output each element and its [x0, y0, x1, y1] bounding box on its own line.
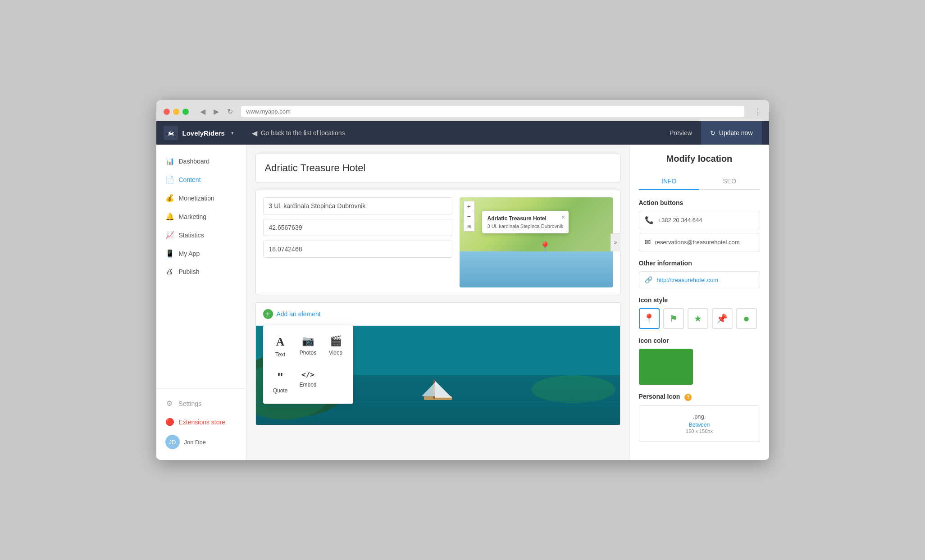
quote-option-icon: ": [277, 370, 283, 385]
location-map-section: + − ⊞ × Adriatic Treasure Hotel 3 Ul. ka…: [255, 190, 620, 295]
sidebar-item-settings[interactable]: ⚙ Settings: [156, 394, 246, 413]
marketing-icon: 🔔: [165, 212, 173, 221]
panel-title: Modify location: [639, 154, 760, 164]
minimize-button[interactable]: [173, 109, 179, 115]
window-controls: [164, 109, 189, 115]
longitude-input[interactable]: [263, 241, 452, 258]
embed-option-label: Embed: [299, 382, 316, 388]
text-option-label: Text: [275, 351, 285, 358]
info-icon: ?: [684, 394, 692, 401]
back-label: Go back to the list of locations: [261, 129, 345, 137]
personal-icon-box[interactable]: .png. Between 150 x 150px: [639, 405, 760, 442]
myapp-icon: 📱: [165, 249, 173, 258]
map-controls: + − ⊞: [463, 201, 475, 232]
app-body: 📊 Dashboard 📄 Content 💰 Monetization 🔔 M…: [156, 145, 769, 460]
location-title-input[interactable]: [265, 162, 611, 174]
phone-action-row[interactable]: 📞 +382 20 344 644: [639, 211, 760, 229]
personal-icon-ext: .png.: [693, 413, 706, 420]
email-action-row[interactable]: ✉ reservations@treasurehotel.com: [639, 233, 760, 251]
refresh-nav-button[interactable]: ↻: [225, 106, 235, 117]
sidebar-item-marketing[interactable]: 🔔 Marketing: [156, 207, 246, 226]
app-header: 🏍 LovelyRiders ▾ ◀ Go back to the list o…: [156, 121, 769, 145]
video-option-label: Video: [329, 350, 342, 356]
back-nav-button[interactable]: ◀: [198, 106, 208, 117]
element-picker: A Text 📷 Photos 🎬 Video " Quote: [263, 325, 353, 404]
location-fields: [263, 197, 452, 287]
sidebar-item-label: Dashboard: [179, 158, 210, 165]
element-option-text[interactable]: A Text: [269, 331, 292, 362]
sidebar-item-publish[interactable]: 🖨 Publish: [156, 263, 246, 281]
quote-option-label: Quote: [273, 387, 288, 394]
fullscreen-button[interactable]: ⊞: [464, 221, 474, 231]
sidebar-nav: 📊 Dashboard 📄 Content 💰 Monetization 🔔 M…: [156, 152, 246, 383]
logo-icon: 🏍: [164, 126, 178, 140]
location-title-box: [255, 154, 620, 182]
zoom-out-button[interactable]: −: [464, 211, 474, 221]
icon-style-dot[interactable]: ●: [736, 308, 757, 329]
map-background: + − ⊞ × Adriatic Treasure Hotel 3 Ul. ka…: [460, 197, 613, 287]
star-icon: ★: [694, 313, 702, 324]
sidebar-item-myapp[interactable]: 📱 My App: [156, 244, 246, 263]
sidebar-item-extensions[interactable]: 🔴 Extensions store: [156, 413, 246, 431]
icon-style-pin[interactable]: 📍: [639, 308, 660, 329]
maximize-button[interactable]: [182, 109, 189, 115]
user-name: Jon Doe: [184, 439, 206, 446]
phone-value: +382 20 344 644: [658, 217, 702, 223]
close-button[interactable]: [164, 109, 170, 115]
personal-icon-size: 150 x 150px: [686, 428, 713, 434]
update-now-button[interactable]: ↻ Update now: [701, 121, 762, 145]
embed-option-icon: </>: [301, 370, 314, 379]
icon-style-section: Icon style 📍 ⚑ ★ 📌 ●: [639, 296, 760, 329]
back-to-list-button[interactable]: ◀ Go back to the list of locations: [252, 129, 345, 137]
element-option-quote[interactable]: " Quote: [269, 366, 292, 398]
sidebar-item-monetization[interactable]: 💰 Monetization: [156, 189, 246, 207]
sidebar-item-dashboard[interactable]: 📊 Dashboard: [156, 152, 246, 170]
icon-style-grid: 📍 ⚑ ★ 📌 ●: [639, 308, 760, 329]
icon-style-star[interactable]: ★: [688, 308, 708, 329]
icon-style-flag[interactable]: ⚑: [663, 308, 684, 329]
video-option-icon: 🎬: [330, 335, 342, 347]
sidebar-item-label: Statistics: [179, 232, 204, 239]
link-icon: 🔗: [645, 276, 652, 283]
icon-color-section: Icon color: [639, 337, 760, 385]
tab-seo[interactable]: SEO: [699, 173, 760, 190]
website-row[interactable]: 🔗 http://treasurehotel.com: [639, 271, 760, 288]
browser-nav: ◀ ▶ ↻: [198, 106, 235, 117]
address-bar[interactable]: www.myapp.com: [241, 105, 745, 118]
forward-nav-button[interactable]: ▶: [211, 106, 221, 117]
browser-menu-icon[interactable]: ⋮: [754, 107, 762, 117]
action-buttons-label: Action buttons: [639, 199, 760, 206]
preview-button[interactable]: Preview: [661, 126, 701, 140]
dashboard-icon: 📊: [165, 157, 173, 165]
latitude-input[interactable]: [263, 219, 452, 236]
publish-icon: 🖨: [165, 268, 173, 276]
element-option-photos[interactable]: 📷 Photos: [296, 331, 320, 362]
sidebar-item-label: Settings: [179, 400, 202, 407]
address-input[interactable]: [263, 197, 452, 214]
brand-dropdown-icon: ▾: [231, 130, 234, 136]
tab-info[interactable]: INFO: [639, 173, 700, 190]
icon-color-label: Icon color: [639, 337, 760, 344]
website-value: http://treasurehotel.com: [657, 277, 719, 283]
sidebar-item-label: My App: [179, 250, 200, 257]
color-swatch[interactable]: [639, 349, 693, 385]
icon-style-pushpin[interactable]: 📌: [712, 308, 733, 329]
icon-style-label: Icon style: [639, 296, 760, 304]
sidebar-item-label: Marketing: [179, 213, 206, 220]
pin-icon: 📍: [643, 313, 655, 324]
add-element-section: + Add an element A Text 📷 Photos 🎬: [255, 302, 620, 425]
zoom-in-button[interactable]: +: [464, 201, 474, 211]
element-option-embed[interactable]: </> Embed: [296, 366, 320, 398]
sidebar: 📊 Dashboard 📄 Content 💰 Monetization 🔔 M…: [156, 145, 246, 460]
element-option-video[interactable]: 🎬 Video: [324, 331, 348, 362]
collapse-panel-button[interactable]: »: [611, 233, 620, 251]
user-profile[interactable]: JD Jon Doe: [156, 431, 246, 453]
sidebar-item-content[interactable]: 📄 Content: [156, 170, 246, 189]
add-element-bar[interactable]: + Add an element: [256, 303, 620, 326]
sidebar-item-statistics[interactable]: 📈 Statistics: [156, 226, 246, 244]
text-option-icon: A: [276, 335, 285, 349]
map-popup-close[interactable]: ×: [561, 214, 565, 221]
logo-area[interactable]: 🏍 LovelyRiders ▾: [164, 126, 243, 140]
pushpin-icon: 📌: [716, 313, 728, 324]
avatar: JD: [165, 435, 180, 449]
